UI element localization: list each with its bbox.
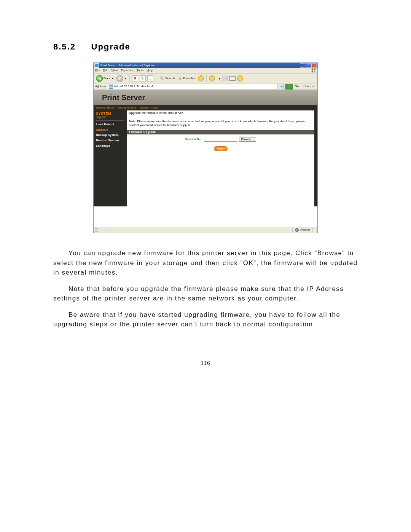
sidebar-item-restore-system[interactable]: Restore System bbox=[96, 139, 124, 142]
menu-help[interactable]: Help bbox=[147, 69, 153, 73]
menu-view[interactable]: View bbox=[112, 69, 118, 73]
history-button[interactable] bbox=[198, 75, 204, 81]
search-label: Search bbox=[165, 77, 175, 80]
messenger-button[interactable] bbox=[237, 75, 243, 81]
sidebar-group-title: SYSTEM bbox=[96, 112, 124, 115]
back-icon: ◀ bbox=[96, 75, 103, 82]
sidebar-item-upgrade[interactable]: Upgrade bbox=[96, 128, 124, 131]
home-button[interactable]: ⌂ bbox=[147, 75, 153, 81]
firmware-upgrade-bar: Firmware Upgrade bbox=[127, 130, 314, 134]
address-bar: Address http://192.168.2.2/index.html ▾ … bbox=[94, 83, 317, 90]
address-input[interactable]: http://192.168.2.2/index.html bbox=[108, 84, 277, 89]
select-file-label: Select a file: bbox=[185, 137, 202, 141]
ok-button[interactable]: OK bbox=[214, 146, 228, 151]
favorites-icon: ★ bbox=[178, 76, 182, 81]
toolbar-divider bbox=[129, 75, 130, 82]
go-button[interactable]: → bbox=[285, 84, 293, 89]
search-icon: 🔍 bbox=[159, 76, 164, 81]
page-number: 116 bbox=[53, 360, 358, 366]
svg-rect-1 bbox=[314, 69, 316, 70]
section-number: 8.5.2 bbox=[53, 42, 76, 51]
links-expand-icon[interactable]: » bbox=[312, 85, 316, 88]
minimize-button[interactable]: _ bbox=[300, 63, 305, 68]
page-icon bbox=[109, 85, 113, 89]
security-zone: Internet bbox=[292, 228, 312, 232]
menu-tools[interactable]: Tools bbox=[137, 69, 144, 73]
sidebar: SYSTEM Upgrade Load Default Upgrade Back… bbox=[94, 110, 127, 206]
favorites-button[interactable]: ★ Favorites bbox=[177, 75, 196, 81]
back-button[interactable]: ◀ Back ▾ bbox=[95, 75, 114, 81]
zone-label: Internet bbox=[300, 228, 310, 232]
toolbar-divider bbox=[206, 75, 207, 82]
refresh-button[interactable]: ↻ bbox=[140, 75, 146, 81]
menu-bar: File Edit View Favorites Tools Help bbox=[94, 68, 317, 74]
file-input[interactable] bbox=[204, 137, 237, 142]
go-label: Go bbox=[295, 85, 299, 88]
doc-paragraph-3: Be aware that if you have started upgrad… bbox=[53, 310, 358, 329]
app-blank-area bbox=[94, 206, 317, 227]
svg-rect-3 bbox=[314, 71, 316, 73]
content-note: Note: Please make sure the firmware are … bbox=[129, 120, 312, 128]
close-button[interactable]: × bbox=[311, 63, 317, 68]
topnav-system-tools[interactable]: System Tools bbox=[140, 106, 158, 109]
doc-paragraph-2: Note that before you upgrade the firmwar… bbox=[53, 284, 358, 304]
section-title: Upgrade bbox=[91, 42, 131, 51]
favorites-label: Favorites bbox=[183, 77, 196, 80]
topnav-setup-wizard[interactable]: Setup Wizard bbox=[118, 106, 136, 109]
toolbar-divider bbox=[156, 75, 156, 82]
status-bar: Internet bbox=[94, 227, 317, 233]
content-intro: Upgrade the firmware of the print server… bbox=[129, 111, 312, 115]
sidebar-item-load-default[interactable]: Load Default bbox=[96, 123, 124, 126]
toolbar: ◀ Back ▾ ▶ ▾ ✖ ↻ ⌂ 🔍 Search ★ Favorites bbox=[94, 74, 317, 83]
links-label[interactable]: Links bbox=[303, 85, 311, 88]
maximize-button[interactable]: ❐ bbox=[306, 63, 311, 68]
resize-grip bbox=[312, 228, 317, 232]
sidebar-item-backup-system[interactable]: Backup System bbox=[96, 134, 124, 137]
menu-edit[interactable]: Edit bbox=[103, 69, 108, 73]
search-button[interactable]: 🔍 Search bbox=[158, 75, 175, 81]
screenshot-figure: Print Server - Microsoft Internet Explor… bbox=[93, 62, 318, 233]
window-title: Print Server - Microsoft Internet Explor… bbox=[100, 64, 300, 67]
address-dropdown[interactable]: ▾ bbox=[279, 84, 284, 89]
svg-rect-2 bbox=[312, 71, 314, 73]
ie-page-icon bbox=[94, 63, 99, 68]
sidebar-divider bbox=[96, 120, 124, 121]
sidebar-item-language[interactable]: Language bbox=[96, 144, 124, 147]
app-title: Print Server bbox=[102, 94, 145, 101]
globe-icon bbox=[295, 228, 299, 232]
back-label: Back bbox=[104, 77, 110, 80]
print-button[interactable] bbox=[222, 76, 228, 81]
address-value: http://192.168.2.2/index.html bbox=[114, 85, 153, 88]
svg-rect-5 bbox=[95, 228, 97, 231]
sidebar-group-subtitle: Upgrade bbox=[96, 116, 124, 118]
browse-button[interactable]: Browse... bbox=[239, 137, 256, 142]
forward-button[interactable]: ▶ ▾ bbox=[116, 75, 127, 81]
address-label: Address bbox=[95, 85, 106, 88]
window-title-bar: Print Server - Microsoft Internet Explor… bbox=[94, 63, 317, 68]
topnav-device-setup[interactable]: Device Setup bbox=[96, 106, 114, 109]
app-topnav: Device Setup | Setup Wizard | System Too… bbox=[94, 105, 317, 110]
status-done-icon bbox=[94, 228, 99, 232]
app-banner: Print Server bbox=[94, 90, 317, 105]
main-content: Upgrade the firmware of the print server… bbox=[127, 110, 317, 206]
media-button[interactable] bbox=[209, 75, 215, 81]
doc-paragraph-1: You can upgrade new firmware for this pr… bbox=[53, 248, 358, 278]
stop-button[interactable]: ✖ bbox=[132, 75, 138, 81]
mail-button[interactable] bbox=[229, 76, 236, 81]
svg-rect-0 bbox=[312, 69, 314, 70]
forward-icon: ▶ bbox=[116, 75, 123, 82]
windows-flag-icon bbox=[311, 68, 316, 73]
menu-favorites[interactable]: Favorites bbox=[121, 69, 134, 73]
menu-file[interactable]: File bbox=[95, 69, 100, 73]
